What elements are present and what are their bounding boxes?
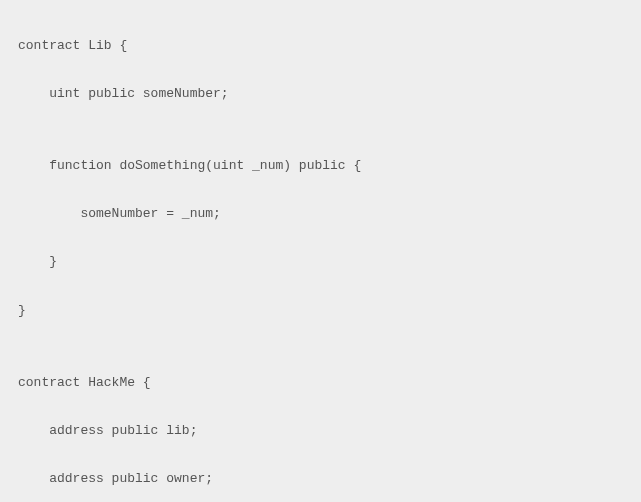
code-line: contract HackMe {	[18, 371, 623, 395]
code-line: contract Lib {	[18, 34, 623, 58]
code-line: address public lib;	[18, 419, 623, 443]
code-line: function doSomething(uint _num) public {	[18, 154, 623, 178]
code-line: address public owner;	[18, 467, 623, 491]
code-line: someNumber = _num;	[18, 202, 623, 226]
code-line: uint public someNumber;	[18, 82, 623, 106]
code-line: }	[18, 250, 623, 274]
code-block: contract Lib { uint public someNumber; f…	[18, 10, 623, 502]
code-line: }	[18, 299, 623, 323]
